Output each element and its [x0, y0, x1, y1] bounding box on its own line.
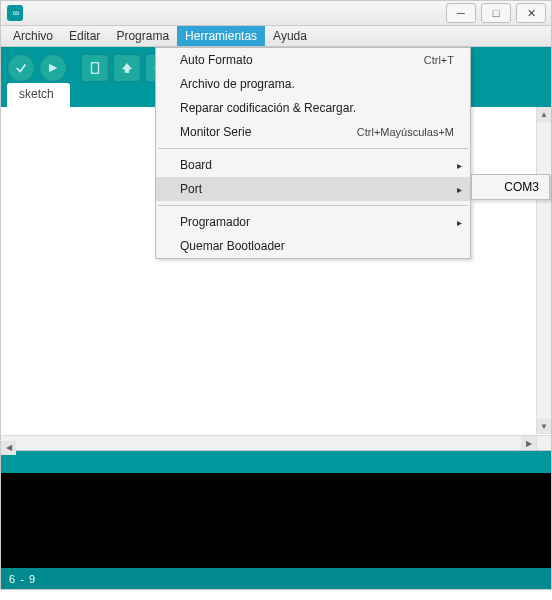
menuitem-label: Quemar Bootloader	[180, 239, 454, 253]
status-bar: 6 - 9	[0, 568, 552, 590]
console-header	[0, 451, 552, 473]
console-output	[0, 473, 552, 568]
menu-tools[interactable]: Herramientas	[177, 26, 265, 46]
menuitem-label: Monitor Serie	[180, 125, 357, 139]
scroll-corner	[536, 435, 551, 450]
horizontal-scrollbar[interactable]: ◀ ▶	[1, 435, 536, 450]
menuitem-autoformat[interactable]: Auto Formato Ctrl+T	[156, 48, 470, 72]
menu-bar: Archivo Editar Programa Herramientas Ayu…	[0, 26, 552, 47]
menu-edit[interactable]: Editar	[61, 26, 108, 46]
scroll-right-icon[interactable]: ▶	[521, 436, 536, 450]
submenu-arrow-icon: ▸	[457, 184, 462, 195]
menuitem-fixencoding[interactable]: Reparar codificación & Recargar.	[156, 96, 470, 120]
svg-marker-2	[123, 64, 132, 69]
port-submenu: COM3	[471, 174, 550, 200]
arduino-app-icon: ∞	[7, 5, 23, 21]
window-controls: ─ □ ✕	[446, 3, 551, 23]
open-button[interactable]	[113, 54, 141, 82]
scroll-up-icon[interactable]: ▲	[537, 107, 551, 122]
menuitem-label: Port	[180, 182, 454, 196]
svg-rect-1	[92, 63, 99, 74]
menuitem-shortcut: Ctrl+T	[424, 54, 454, 66]
menu-sketch[interactable]: Programa	[108, 26, 177, 46]
menu-file[interactable]: Archivo	[5, 26, 61, 46]
menu-separator	[158, 205, 468, 206]
upload-button[interactable]	[39, 54, 67, 82]
menu-separator	[158, 148, 468, 149]
menuitem-label: Board	[180, 158, 454, 172]
menuitem-burn[interactable]: Quemar Bootloader	[156, 234, 470, 258]
menuitem-label: Reparar codificación & Recargar.	[180, 101, 454, 115]
submenu-arrow-icon: ▸	[457, 217, 462, 228]
minimize-button[interactable]: ─	[446, 3, 476, 23]
maximize-button[interactable]: □	[481, 3, 511, 23]
verify-button[interactable]	[7, 54, 35, 82]
menuitem-label: Auto Formato	[180, 53, 424, 67]
svg-rect-3	[125, 69, 129, 73]
tools-dropdown: Auto Formato Ctrl+T Archivo de programa.…	[155, 47, 471, 259]
menuitem-label: Programador	[180, 215, 454, 229]
scroll-down-icon[interactable]: ▼	[537, 419, 551, 434]
cursor-position: 6 - 9	[9, 573, 36, 585]
menuitem-label: COM3	[504, 180, 539, 194]
menuitem-board[interactable]: Board ▸	[156, 153, 470, 177]
close-button[interactable]: ✕	[516, 3, 546, 23]
svg-marker-0	[50, 65, 57, 72]
menuitem-com3[interactable]: COM3	[472, 175, 549, 199]
menuitem-programmer[interactable]: Programador ▸	[156, 210, 470, 234]
title-bar: ∞ ─ □ ✕	[0, 0, 552, 26]
menuitem-serialmonitor[interactable]: Monitor Serie Ctrl+Mayúsculas+M	[156, 120, 470, 144]
vertical-scrollbar[interactable]: ▲ ▼	[536, 107, 551, 434]
menuitem-label: Archivo de programa.	[180, 77, 454, 91]
menuitem-archive[interactable]: Archivo de programa.	[156, 72, 470, 96]
submenu-arrow-icon: ▸	[457, 160, 462, 171]
menu-help[interactable]: Ayuda	[265, 26, 315, 46]
menuitem-port[interactable]: Port ▸	[156, 177, 470, 201]
scroll-left-icon[interactable]: ◀	[1, 441, 16, 455]
menuitem-shortcut: Ctrl+Mayúsculas+M	[357, 126, 454, 138]
new-button[interactable]	[81, 54, 109, 82]
tab-sketch[interactable]: sketch	[7, 83, 70, 107]
